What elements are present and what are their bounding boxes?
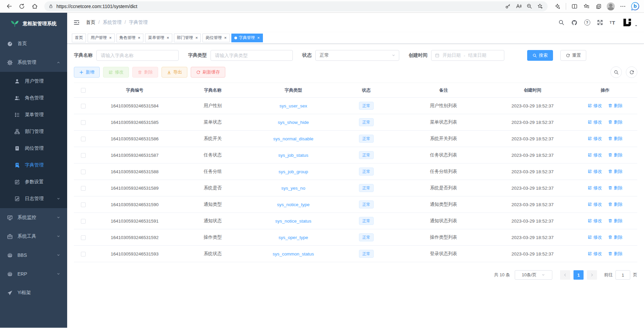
settings-more-button[interactable] xyxy=(617,1,629,12)
row-delete-button[interactable]: 删除 xyxy=(608,218,623,224)
row-checkbox[interactable] xyxy=(81,186,86,191)
sidebar-item-bbs[interactable]: BBS xyxy=(0,246,67,265)
collections-button[interactable] xyxy=(593,1,604,12)
row-edit-button[interactable]: 修改 xyxy=(588,136,602,142)
bing-copilot-button[interactable]: b xyxy=(629,1,641,12)
tab-dept[interactable]: 部门管理 xyxy=(174,34,201,42)
dict-type-link[interactable]: sys_show_hide xyxy=(278,120,309,125)
tab-close-icon[interactable] xyxy=(224,36,227,40)
dict-type-link[interactable]: sys_user_sex xyxy=(279,103,307,108)
fullscreen-button[interactable] xyxy=(597,19,603,26)
date-range-picker[interactable]: 开始日期 - 结束日期 xyxy=(431,50,504,61)
status-select[interactable]: 正常 xyxy=(315,50,399,61)
tab-user[interactable]: 用户管理 xyxy=(88,34,115,42)
help-button[interactable]: ? xyxy=(584,19,590,26)
row-edit-button[interactable]: 修改 xyxy=(588,234,602,240)
password-button[interactable] xyxy=(503,2,513,11)
user-menu[interactable] xyxy=(622,17,638,28)
row-delete-button[interactable]: 删除 xyxy=(608,234,623,240)
dict-type-link[interactable]: sys_notice_status xyxy=(275,219,311,224)
row-checkbox[interactable] xyxy=(81,153,86,158)
search-button[interactable]: 搜索 xyxy=(527,50,553,61)
add-favorite-button[interactable] xyxy=(535,2,545,11)
row-checkbox[interactable] xyxy=(81,235,86,240)
tab-menu[interactable]: 菜单管理 xyxy=(145,34,172,42)
row-edit-button[interactable]: 修改 xyxy=(588,251,602,257)
dict-type-link[interactable]: sys_notice_type xyxy=(277,202,310,207)
next-page-button[interactable] xyxy=(587,270,597,280)
refresh-cache-button[interactable]: 刷新缓存 xyxy=(191,67,225,78)
goto-page-input[interactable] xyxy=(615,270,630,280)
font-size-button[interactable]: TT xyxy=(610,20,615,26)
github-button[interactable] xyxy=(571,19,578,26)
add-button[interactable]: 新增 xyxy=(74,67,100,78)
row-delete-button[interactable]: 删除 xyxy=(608,119,623,125)
row-checkbox[interactable] xyxy=(81,202,86,207)
tab-dict-active[interactable]: 字典管理 xyxy=(231,34,263,42)
breadcrumb-home[interactable]: 首页 xyxy=(86,19,95,26)
tab-role[interactable]: 角色管理 xyxy=(117,34,144,42)
sidebar-item-dept[interactable]: 部门管理 xyxy=(0,123,67,140)
row-delete-button[interactable]: 删除 xyxy=(608,169,623,175)
dict-type-link[interactable]: sys_job_group xyxy=(279,169,308,174)
row-edit-button[interactable]: 修改 xyxy=(588,218,602,224)
sidebar-item-menu[interactable]: 菜单管理 xyxy=(0,106,67,123)
row-edit-button[interactable]: 修改 xyxy=(588,185,602,191)
sidebar-item-yi[interactable]: Yi框架 xyxy=(0,283,67,302)
row-checkbox[interactable] xyxy=(81,219,86,224)
prev-page-button[interactable] xyxy=(560,270,570,280)
tab-home[interactable]: 首页 xyxy=(72,34,86,42)
favorites-button[interactable] xyxy=(581,1,592,12)
back-button[interactable] xyxy=(3,1,15,12)
show-search-toggle-button[interactable] xyxy=(610,66,622,78)
tab-post[interactable]: 岗位管理 xyxy=(202,34,230,42)
row-checkbox[interactable] xyxy=(81,170,86,174)
read-aloud-button[interactable] xyxy=(513,2,523,11)
row-delete-button[interactable]: 删除 xyxy=(608,201,623,207)
sidebar-item-log[interactable]: 日志管理 xyxy=(0,190,67,207)
row-delete-button[interactable]: 删除 xyxy=(608,152,623,158)
refresh-table-button[interactable] xyxy=(626,66,637,78)
row-edit-button[interactable]: 修改 xyxy=(588,169,602,175)
dict-type-link[interactable]: sys_normal_disable xyxy=(273,136,313,141)
select-all-checkbox[interactable] xyxy=(81,88,86,93)
row-edit-button[interactable]: 修改 xyxy=(588,103,602,109)
sidebar-item-user[interactable]: 用户管理 xyxy=(0,73,67,90)
row-checkbox[interactable] xyxy=(81,137,86,141)
row-delete-button[interactable]: 删除 xyxy=(608,185,623,191)
header-search-button[interactable] xyxy=(558,19,564,26)
row-delete-button[interactable]: 删除 xyxy=(608,251,623,257)
zoom-out-button[interactable] xyxy=(524,2,534,11)
profile-button[interactable] xyxy=(605,1,616,12)
sidebar-item-home[interactable]: 首页 xyxy=(0,34,67,53)
row-edit-button[interactable]: 修改 xyxy=(588,119,602,125)
reload-button[interactable] xyxy=(16,1,28,12)
row-edit-button[interactable]: 修改 xyxy=(588,201,602,207)
sidebar-item-dict[interactable]: 字典管理 xyxy=(0,157,67,174)
dict-type-link[interactable]: sys_common_status xyxy=(273,251,314,256)
row-checkbox[interactable] xyxy=(81,104,86,108)
breadcrumb-system[interactable]: 系统管理 xyxy=(95,19,122,26)
row-checkbox[interactable] xyxy=(81,120,86,125)
sidebar-item-monitor[interactable]: 系统监控 xyxy=(0,208,67,227)
sidebar-item-tool[interactable]: 系统工具 xyxy=(0,227,67,246)
home-button[interactable] xyxy=(29,1,40,12)
page-number-1[interactable]: 1 xyxy=(573,270,584,280)
sidebar-collapse-button[interactable] xyxy=(73,19,80,26)
row-edit-button[interactable]: 修改 xyxy=(588,152,602,158)
dict-type-link[interactable]: sys_oper_type xyxy=(279,235,308,240)
export-button[interactable]: 导出 xyxy=(162,67,187,78)
split-screen-button[interactable] xyxy=(569,1,580,12)
address-bar[interactable]: https://ccnetcore.com:1101/system/dict xyxy=(44,1,548,11)
row-delete-button[interactable]: 删除 xyxy=(608,103,623,109)
reset-button[interactable]: 重置 xyxy=(560,50,586,61)
edit-button[interactable]: 修改 xyxy=(103,67,129,78)
row-delete-button[interactable]: 删除 xyxy=(608,136,623,142)
page-size-select[interactable]: 10条/页 xyxy=(515,270,552,280)
sidebar-item-post[interactable]: 岗位管理 xyxy=(0,140,67,157)
sidebar-item-param[interactable]: 参数设置 xyxy=(0,174,67,190)
tab-close-icon[interactable] xyxy=(138,36,141,40)
extensions-button[interactable] xyxy=(552,1,563,12)
dict-type-link[interactable]: sys_yes_no xyxy=(281,186,305,191)
tab-close-icon[interactable] xyxy=(195,36,198,40)
